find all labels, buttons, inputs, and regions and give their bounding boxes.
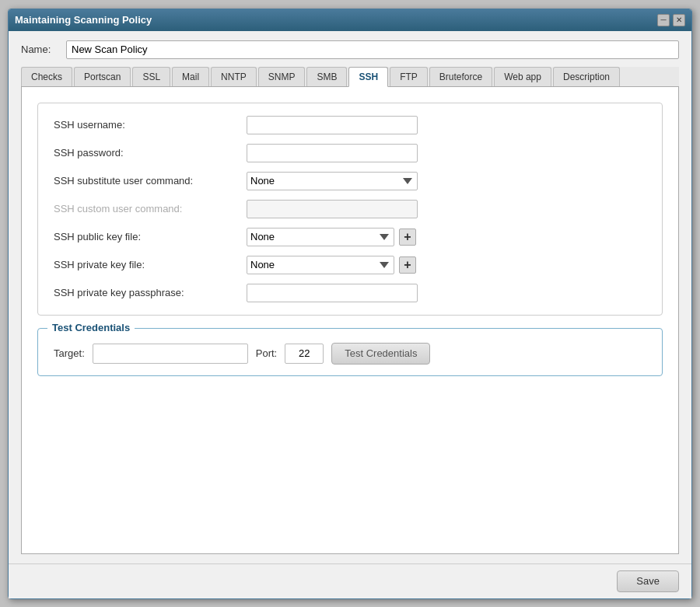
ssh-substitute-row: SSH substitute user command: None su sud… xyxy=(54,172,646,190)
title-bar: Maintaining Scanning Policy ─ ✕ xyxy=(9,9,691,31)
ssh-password-input[interactable] xyxy=(247,144,418,162)
test-credentials-section: Test Credentials Target: Port: Test Cred… xyxy=(37,328,663,376)
name-label: Name: xyxy=(21,44,60,55)
port-input[interactable] xyxy=(285,344,324,364)
ssh-username-label: SSH username: xyxy=(54,119,240,131)
tab-nntp[interactable]: NNTP xyxy=(211,67,257,86)
port-label: Port: xyxy=(256,347,277,359)
ssh-custom-cmd-label: SSH custom user command: xyxy=(54,203,240,215)
tab-ssh[interactable]: SSH xyxy=(348,67,388,87)
ssh-public-key-wrapper: None + xyxy=(247,228,416,246)
tab-webapp[interactable]: Web app xyxy=(494,67,551,86)
tab-bruteforce[interactable]: Bruteforce xyxy=(429,67,492,86)
ssh-public-key-select[interactable]: None xyxy=(247,228,394,246)
ssh-passphrase-row: SSH private key passphrase: xyxy=(54,284,646,302)
window-title: Maintaining Scanning Policy xyxy=(15,14,152,26)
save-button[interactable]: Save xyxy=(617,570,679,592)
ssh-password-label: SSH password: xyxy=(54,147,240,159)
ssh-public-key-add-button[interactable]: + xyxy=(399,228,416,246)
ssh-public-key-label: SSH public key file: xyxy=(54,231,240,242)
tab-ftp[interactable]: FTP xyxy=(390,67,428,86)
ssh-password-row: SSH password: xyxy=(54,144,646,162)
ssh-custom-cmd-input[interactable] xyxy=(247,200,418,218)
ssh-username-input[interactable] xyxy=(247,116,418,134)
ssh-public-key-row: SSH public key file: None + xyxy=(54,228,646,246)
tabs-bar: Checks Portscan SSL Mail NNTP SNMP SMB S… xyxy=(21,67,679,87)
tab-snmp[interactable]: SNMP xyxy=(258,67,306,86)
tab-description[interactable]: Description xyxy=(553,67,620,86)
target-input[interactable] xyxy=(93,344,248,364)
window-content: Name: Checks Portscan SSL Mail NNTP SNMP… xyxy=(9,31,691,563)
ssh-passphrase-input[interactable] xyxy=(247,284,418,302)
footer: Save xyxy=(9,563,691,598)
ssh-private-key-wrapper: None + xyxy=(247,256,416,274)
ssh-form-section: SSH username: SSH password: SSH substitu… xyxy=(37,103,663,316)
test-credentials-legend: Test Credentials xyxy=(47,322,135,333)
test-credentials-button[interactable]: Test Credentials xyxy=(331,343,430,365)
tab-ssl[interactable]: SSL xyxy=(132,67,170,86)
tab-content-ssh: SSH username: SSH password: SSH substitu… xyxy=(21,87,679,554)
ssh-private-key-label: SSH private key file: xyxy=(54,259,240,270)
tab-checks[interactable]: Checks xyxy=(21,67,72,86)
name-input[interactable] xyxy=(66,40,679,59)
ssh-substitute-label: SSH substitute user command: xyxy=(54,175,240,187)
name-row: Name: xyxy=(21,40,679,59)
window-controls: ─ ✕ xyxy=(657,14,685,26)
tab-portscan[interactable]: Portscan xyxy=(74,67,131,86)
main-window: Maintaining Scanning Policy ─ ✕ Name: Ch… xyxy=(8,9,692,599)
ssh-private-key-select[interactable]: None xyxy=(247,256,394,274)
target-label: Target: xyxy=(54,347,85,359)
tab-mail[interactable]: Mail xyxy=(172,67,209,86)
close-button[interactable]: ✕ xyxy=(673,14,685,26)
ssh-private-key-add-button[interactable]: + xyxy=(399,256,416,274)
ssh-private-key-row: SSH private key file: None + xyxy=(54,256,646,274)
tab-smb[interactable]: SMB xyxy=(306,67,347,86)
minimize-button[interactable]: ─ xyxy=(657,14,670,26)
ssh-custom-cmd-row: SSH custom user command: xyxy=(54,200,646,218)
ssh-substitute-select[interactable]: None su sudo pbrun pfexec xyxy=(247,172,418,190)
test-credentials-row: Target: Port: Test Credentials xyxy=(54,343,646,365)
ssh-passphrase-label: SSH private key passphrase: xyxy=(54,287,240,298)
ssh-username-row: SSH username: xyxy=(54,116,646,134)
